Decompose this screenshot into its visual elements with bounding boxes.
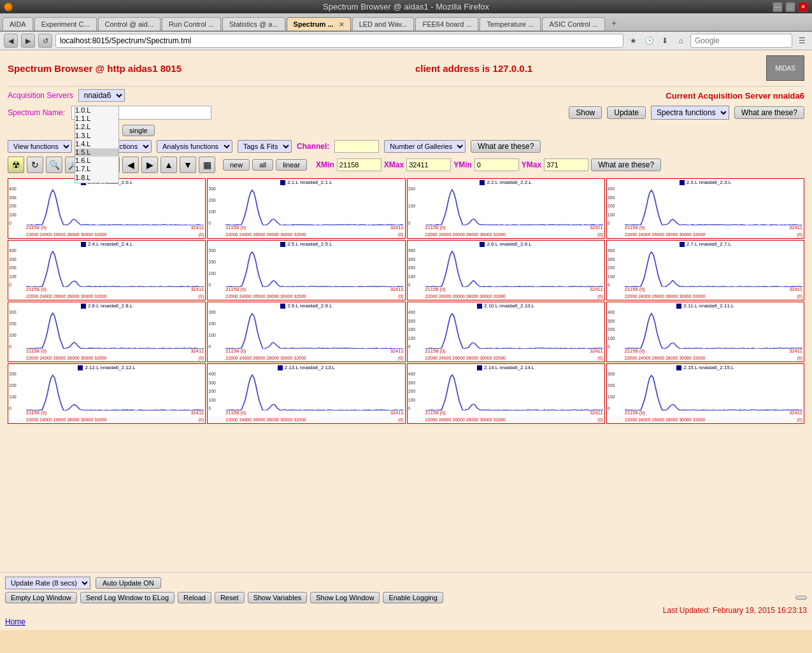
update-rate-select[interactable]: Update Rate (8 secs)	[5, 577, 90, 589]
y-value: 200	[9, 321, 25, 326]
reset-button[interactable]: Reset	[215, 592, 245, 603]
tab-asic[interactable]: ASIC Control ...	[542, 17, 604, 31]
spectrum-cell-2.12.L[interactable]: 2.12.L nnaida6_2.12.L 3002001000 21158 (…	[8, 363, 206, 424]
bookmark-icon[interactable]: ★	[627, 34, 639, 47]
xmax-label: 32411	[190, 348, 204, 354]
spectrum-cell-2.4.L[interactable]: 2.4.L nnaida6_2.4.L 4003002001000 21158 …	[8, 240, 206, 300]
spectrum-cell-2.0.L[interactable]: 2.0.L nnaida6_2.0.L 4003002001000 21158 …	[8, 178, 206, 239]
home-nav-icon[interactable]: ⌂	[674, 34, 687, 47]
xmin-input[interactable]	[337, 158, 381, 171]
spectrum-cell-2.6.L[interactable]: 2.6.L nnaida6_2.6.L 4003002001000 21158 …	[407, 240, 605, 300]
spectrum-cell-2.1.L[interactable]: 2.1.L nnaida6_2.1.L 3002001000 21158 (0)…	[207, 178, 405, 239]
os-button[interactable]	[4, 3, 13, 11]
spectrum-cell-2.13.L[interactable]: 2.13.L nnaida6_2.13.L 4003002001000 2115…	[207, 363, 405, 424]
y-value: 200	[208, 321, 225, 326]
enable-logging-button[interactable]: Enable Logging	[383, 592, 443, 603]
x-axis-start: 22000 24000 26000 28000 30000 32000	[26, 356, 107, 360]
grid-icon-button[interactable]: ▦	[199, 157, 215, 173]
history-icon[interactable]: 🕒	[643, 34, 655, 47]
spectrum-cell-2.8.L[interactable]: 2.8.L nnaida6_2.8.L 3002001000 21158 (0)…	[8, 302, 206, 362]
number-of-galleries-select[interactable]: Number of Galleries	[384, 140, 466, 153]
channel-input[interactable]	[334, 140, 379, 153]
view-functions-select[interactable]: View functions	[8, 140, 72, 153]
tab-experiment[interactable]: Experiment C...	[34, 17, 97, 31]
auto-update-button[interactable]: Auto Update ON	[96, 577, 161, 589]
xmin-label: 21158 (0)	[425, 225, 446, 230]
y-axis: 3002001000	[608, 372, 624, 411]
reload-button[interactable]: Reload	[178, 592, 211, 603]
y-value: 100	[408, 274, 425, 279]
acquisition-server-select[interactable]: nnaida6	[78, 89, 125, 102]
refresh-icon-button[interactable]: ↻	[27, 157, 43, 173]
restore-button[interactable]: □	[785, 2, 795, 12]
linear-button[interactable]: linear	[276, 159, 307, 171]
tab-temperature[interactable]: Temperature ...	[480, 17, 541, 31]
tab-led[interactable]: LED and Wav...	[352, 17, 415, 31]
close-button[interactable]: ✕	[798, 2, 808, 12]
spectrum-title: 2.2.L nnaida6_2.2.L	[408, 179, 604, 185]
prev-icon-button[interactable]: ◀	[122, 157, 139, 173]
tab-aida[interactable]: AIDA	[3, 17, 33, 31]
forward-button[interactable]: ▶	[21, 34, 35, 48]
send-log-button[interactable]: Send Log Window to ELog	[80, 592, 175, 603]
down-icon-button[interactable]: ▼	[180, 157, 196, 173]
download-icon[interactable]: ⬇	[659, 34, 671, 47]
search-input[interactable]	[690, 34, 792, 48]
spectrum-cell-2.15.L[interactable]: 2.15.L nnaida6_2.15.L 3002001000 21158 (…	[606, 363, 804, 424]
address-input[interactable]	[55, 34, 623, 48]
y-value: 200	[608, 204, 624, 208]
show-button[interactable]: Show	[569, 106, 602, 119]
new-tab-button[interactable]: +	[606, 15, 622, 31]
ymin-input[interactable]	[474, 158, 519, 171]
minimize-button[interactable]: —	[773, 2, 783, 12]
spectra-functions-select[interactable]: Spectra functions	[651, 106, 729, 120]
empty-log-button[interactable]: Empty Log Window	[5, 592, 77, 603]
tab-runcontrol[interactable]: Run Control ...	[162, 17, 221, 31]
spectrum-cell-2.10.L[interactable]: 2.10.L nnaida6_2.10.L 4003002001000 2115…	[407, 302, 605, 362]
y-axis: 4003002001000	[208, 372, 225, 411]
zoom-in-icon-button[interactable]: 🔍	[46, 157, 62, 173]
y-axis: 4003002001000	[408, 372, 425, 411]
single-button[interactable]: single	[122, 125, 155, 136]
xmax-label: 32411	[390, 225, 404, 230]
tab-control[interactable]: Control @ aid...	[98, 17, 161, 31]
spectrum-cell-2.9.L[interactable]: 2.9.L nnaida6_2.9.L 3002001000 21158 (0)…	[207, 302, 405, 362]
what-are-these-3-button[interactable]: What are these?	[591, 158, 661, 171]
how-to-use-button[interactable]	[795, 596, 807, 600]
y-value: 100	[208, 333, 225, 337]
menu-icon[interactable]: ☰	[795, 34, 808, 47]
show-log-button[interactable]: Show Log Window	[310, 592, 380, 603]
spectrum-cell-2.3.L[interactable]: 2.3.L nnaida6_2.3.L 4003002001000 21158 …	[606, 178, 804, 239]
tab-spectrum[interactable]: Spectrum ... ✕	[287, 17, 351, 31]
tab-fee64[interactable]: FEE64 board ...	[415, 17, 478, 31]
radiation-icon-button[interactable]: ☢	[8, 157, 24, 173]
tab-close-icon[interactable]: ✕	[339, 21, 344, 28]
xmax-input[interactable]	[406, 158, 451, 171]
up-icon-button[interactable]: ▲	[160, 157, 177, 173]
all-button[interactable]: all	[252, 159, 273, 171]
update-button[interactable]: Update	[607, 106, 646, 119]
spectrum-cell-2.7.L[interactable]: 2.7.L nnaida6_2.7.L 4003002001000 21158 …	[606, 240, 804, 300]
y-value: 200	[9, 265, 25, 270]
show-variables-button[interactable]: Show Variables	[248, 592, 308, 603]
new-button[interactable]: new	[223, 159, 250, 171]
what-are-these-1-button[interactable]: What are these?	[734, 106, 804, 119]
spectrum-cell-2.14.L[interactable]: 2.14.L nnaida6_2.14.L 4003002001000 2115…	[407, 363, 605, 424]
home-link[interactable]: Home	[5, 617, 25, 626]
spectrum-cell-2.11.L[interactable]: 2.11.L nnaida6_2.11.L 4003002001000 2115…	[606, 302, 804, 362]
spectrum-cell-2.5.L[interactable]: 2.5.L nnaida6_2.5.L 3002001000 21158 (0)…	[207, 240, 405, 300]
spectrum-name-label: Spectrum Name:	[8, 108, 65, 117]
analysis-functions-select[interactable]: Analysis functions	[157, 140, 232, 153]
y-value: 400	[9, 248, 25, 253]
back-button[interactable]: ◀	[4, 34, 18, 48]
reload-nav-button[interactable]: ↺	[38, 34, 52, 48]
browser-title: Spectrum Browser @ aidas1 - Mozilla Fire…	[323, 2, 489, 11]
spectrum-list-select[interactable]: 1.0.L 1.1.L 1.2.L 1.3.L 1.4.L 1.5.L 1.6.…	[75, 106, 118, 183]
tags-fits-select[interactable]: Tags & Fits	[238, 140, 292, 153]
ymax-input[interactable]	[544, 158, 588, 171]
what-are-these-2-button[interactable]: What are these?	[471, 140, 541, 153]
spectrum-cell-2.2.L[interactable]: 2.2.L nnaida6_2.2.L 2001000 21158 (0) 32…	[407, 178, 605, 239]
tab-statistics[interactable]: Statistics @ a...	[222, 17, 285, 31]
next-icon-button[interactable]: ▶	[141, 157, 158, 173]
x-axis-start: 22000 24000 26000 28000 30000 32000	[225, 232, 306, 237]
